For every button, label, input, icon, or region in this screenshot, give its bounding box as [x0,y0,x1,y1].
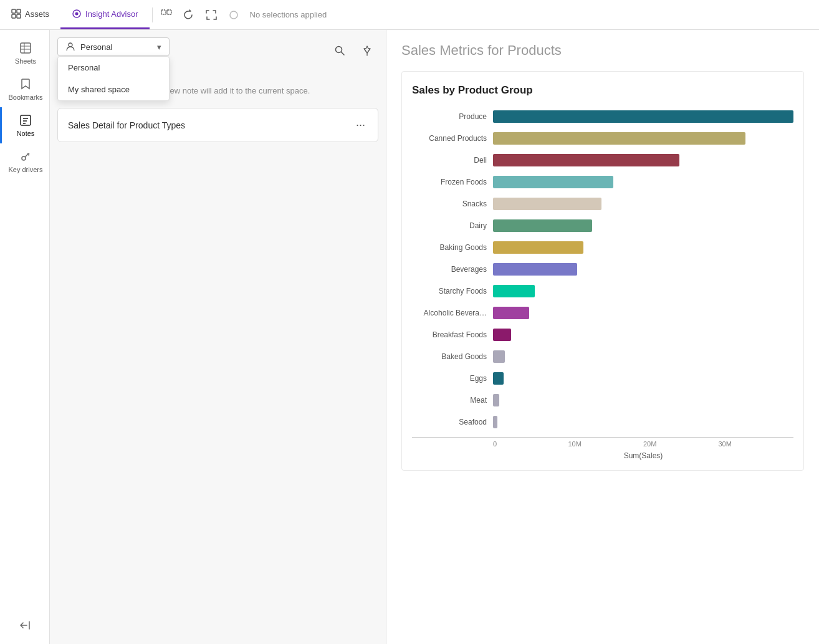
notes-icon [19,113,32,127]
x-axis-label: Sum(Sales) [412,451,793,460]
dropdown-personal[interactable]: Personal [58,57,169,79]
notes-label: Notes [17,130,35,137]
bar-fill[interactable] [493,372,504,385]
bar-fill[interactable] [493,416,497,428]
bar-label: Dairy [412,221,493,230]
bar-fill[interactable] [493,350,505,363]
bar-row: Meat [412,392,793,409]
bar-track [493,350,793,363]
key-drivers-icon [19,150,32,163]
space-dropdown-menu: Personal My shared space [57,56,170,101]
bar-label: Meat [412,396,493,405]
bar-row: Produce [412,108,793,125]
bar-fill[interactable] [493,307,529,319]
bar-fill[interactable] [493,198,601,210]
bar-row: Baking Goods [412,239,793,256]
svg-point-19 [69,43,72,47]
x-tick: 30M [719,438,794,448]
bar-chart: ProduceCanned ProductsDeliFrozen FoodsSn… [412,108,793,431]
bar-fill[interactable] [493,219,592,232]
bar-row: Canned Products [412,130,793,147]
notes-panel: Personal ▾ Personal My shared space [50,30,386,644]
expand-icon [206,9,217,21]
pin-icon-btn[interactable] [223,4,245,26]
sidebar-item-notes[interactable]: Notes [0,107,49,143]
bar-track [493,394,793,406]
bar-fill[interactable] [493,176,613,188]
bar-row: Starchy Foods [412,282,793,300]
sheets-icon [19,41,32,55]
bar-label: Beverages [412,265,493,274]
dropdown-shared-space[interactable]: My shared space [58,79,169,100]
bar-fill[interactable] [493,329,511,341]
svg-rect-3 [17,14,21,18]
bar-label: Seafood [412,418,493,426]
bar-label: Eggs [412,374,493,383]
bar-fill[interactable] [493,132,745,145]
bar-track [493,416,793,428]
bar-label: Deli [412,156,493,165]
chart-title: Sales by Product Group [412,84,793,97]
x-axis: 010M20M30M [412,437,793,448]
bar-track [493,219,793,232]
bar-fill[interactable] [493,263,577,276]
bar-track [493,176,793,188]
search-icon [334,45,345,56]
refresh-icon-btn[interactable] [178,4,200,26]
refresh-icon [183,9,194,21]
bar-row: Seafood [412,413,793,431]
note-card[interactable]: Sales Detail for Product Types ··· [57,108,378,142]
bar-label: Starchy Foods [412,287,493,296]
svg-point-5 [75,12,79,16]
expand-icon-btn[interactable] [200,4,223,26]
bar-fill[interactable] [493,394,499,406]
x-tick: 20M [643,438,719,448]
bookmarks-icon [19,77,32,91]
bar-track [493,198,793,210]
bar-row: Alcoholic Bevera… [412,304,793,322]
note-more-btn[interactable]: ··· [353,118,368,132]
pin-icon [228,9,239,21]
search-btn[interactable] [328,39,351,62]
bar-label: Breakfast Foods [412,330,493,339]
space-selector-btn[interactable]: Personal ▾ [57,37,170,56]
bar-label: Snacks [412,199,493,208]
sidebar-collapse-btn[interactable] [14,614,36,637]
note-card-title: Sales Detail for Product Types [68,120,185,130]
no-selections-status: No selections applied [250,10,327,19]
bar-track [493,132,793,145]
svg-point-8 [230,11,237,19]
sidebar: Sheets Bookmarks Notes Key drivers [0,30,50,644]
pin-btn[interactable] [356,39,378,62]
main-layout: Sheets Bookmarks Notes Key drivers [0,30,819,644]
assets-tab[interactable]: Assets [0,0,60,29]
bookmarks-label: Bookmarks [8,94,42,101]
bar-fill[interactable] [493,241,583,254]
bar-label: Baking Goods [412,243,493,252]
person-icon [65,42,75,52]
selection-icon-btn[interactable] [155,4,178,26]
collapse-icon [19,619,31,632]
bar-track [493,285,793,297]
insight-advisor-icon [72,9,82,19]
bar-track [493,372,793,385]
bar-row: Beverages [412,261,793,278]
bar-row: Deli [412,151,793,169]
space-header-row: Personal ▾ Personal My shared space [57,37,378,64]
assets-label: Assets [25,9,49,19]
bar-label: Produce [412,112,493,121]
sidebar-item-sheets[interactable]: Sheets [0,35,49,71]
bar-fill[interactable] [493,154,679,166]
insight-advisor-tab[interactable]: Insight Advisor [60,0,150,29]
sidebar-item-key-drivers[interactable]: Key drivers [0,143,49,180]
bar-row: Frozen Foods [412,173,793,191]
chart-main-title: Sales Metrics for Products [401,42,804,59]
x-tick: 0 [493,438,568,448]
bar-fill[interactable] [493,110,793,123]
space-selector: Personal ▾ Personal My shared space [57,37,170,56]
topbar-divider [152,7,153,22]
svg-rect-0 [12,9,16,13]
assets-icon [11,9,21,19]
bar-fill[interactable] [493,285,535,297]
sidebar-item-bookmarks[interactable]: Bookmarks [0,71,49,107]
